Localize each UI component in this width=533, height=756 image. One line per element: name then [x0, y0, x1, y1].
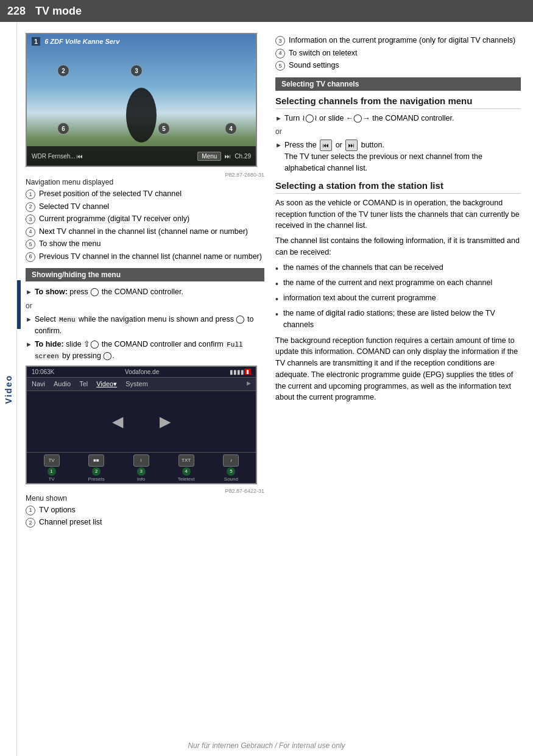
page-number: 228: [7, 5, 26, 18]
nav-instr-1: ► Turn ≀◯≀ or slide ←◯→ the COMAND contr…: [275, 113, 521, 124]
right-item-3-text: Information on the current programme (on…: [289, 35, 521, 46]
tv2-btn-5: ♪ 5 Sound: [223, 454, 239, 482]
item2-2-text: Channel preset list: [39, 517, 264, 528]
sidebar-label: Video: [0, 22, 17, 756]
page-title: TV mode: [35, 5, 82, 18]
bullet-text-2: the name of the current and next program…: [283, 277, 492, 288]
left-arrow-icon: ◀: [112, 413, 123, 430]
nav-audio: Audio: [54, 380, 71, 388]
page-header: 228 TV mode: [0, 0, 533, 22]
bullet-dot-3: •: [275, 293, 278, 305]
item-4-text: Next TV channel in the channel list (cha…: [39, 227, 264, 238]
btn-label-sound: Sound: [224, 476, 238, 482]
instr-hide-line: ► To hide: slide ⇧◯ the COMAND controlle…: [26, 339, 264, 362]
list2-item-2: 2 Channel preset list: [26, 517, 264, 528]
btn-label-presets: Presets: [88, 476, 105, 482]
bullet-text-1: the names of the channels that can be re…: [283, 262, 443, 273]
badge-4: 4: [225, 122, 237, 135]
nav-instructions: ► Turn ≀◯≀ or slide ←◯→ the COMAND contr…: [275, 113, 521, 174]
nav-navi: Navi: [32, 380, 45, 388]
presets-icon: ■■: [88, 454, 104, 467]
item-2-text: Selected TV channel: [39, 202, 264, 213]
bullet-dot-4: •: [275, 308, 278, 320]
tv1-caption: Navigation menu displayed: [26, 178, 264, 186]
tv2-btn-4: TXT 4 Teletext: [178, 454, 195, 482]
num2-1: 1: [26, 506, 35, 515]
right-num-5: 5: [275, 61, 285, 71]
heading-nav-menu-text: Selecting channels from the navigation m…: [275, 96, 472, 106]
bullet-text-4: the name of digital radio stations; thes…: [283, 308, 521, 330]
numbered-list-2: 1 TV options 2 Channel preset list: [26, 505, 264, 528]
station-para-2: The channel list contains the following …: [275, 235, 521, 258]
nav-instr-1-text: Turn ≀◯≀ or slide ←◯→ the COMAND control…: [284, 113, 454, 124]
btn-num-5: 5: [227, 467, 235, 476]
tv-bottom-bar: WDR Fernseh... ⏮ Menu ⏭ Ch.29: [27, 146, 256, 166]
bullet-dot-1: •: [275, 263, 278, 275]
instruction-show: ► To show: press ◯ the COMAND controller…: [26, 286, 264, 362]
heading-station-list: Selecting a station from the station lis…: [275, 180, 521, 194]
tv-menu-btn: Menu: [197, 153, 221, 160]
nav-instr-2: ► Press the ⏮ or ⏭ button. The TV tuner …: [275, 140, 521, 174]
tv2-btn-3: i 3 Info: [133, 454, 149, 482]
tv2-time: 10:06: [32, 369, 47, 375]
nav-video: Video▾: [96, 380, 117, 388]
menu-button: Menu: [197, 152, 221, 161]
nav-tel: Tel: [79, 380, 88, 388]
right-item-3: 3 Information on the current programme (…: [275, 35, 521, 46]
station-para-1: As soon as the vehicle or COMAND is in o…: [275, 197, 521, 231]
bullet-item-1: • the names of the channels that can be …: [275, 262, 521, 275]
page-footer: Nur für internen Gebrauch / For internal…: [0, 741, 533, 750]
nav-right-icon: ▶: [247, 380, 251, 388]
list-item-6: 6 Previous TV channel in the channel lis…: [26, 252, 264, 263]
instr-select-line: ► Select Menu while the navigation menu …: [26, 314, 264, 337]
list-item-2: 2 Selected TV channel: [26, 202, 264, 213]
tv2-caption: Menu shown: [26, 494, 264, 503]
list-item-5: 5 To show the menu: [26, 239, 264, 250]
right-item-4-text: To switch on teletext: [289, 48, 521, 59]
tv2-navmenu: Navi Audio Tel Video▾ System ▶: [27, 378, 256, 391]
section-selecting-channels: Selecting TV channels: [275, 77, 521, 91]
sidebar-label-text: Video: [4, 375, 13, 404]
instr-show-text: To show: press ◯ the COMAND controller.: [35, 286, 183, 298]
btn-num-1: 1: [48, 467, 56, 476]
arrow-3: ►: [26, 339, 32, 350]
list2-item-1: 1 TV options: [26, 505, 264, 516]
tv2-btn-2: ■■ 2 Presets: [88, 454, 105, 482]
right-num-3: 3: [275, 36, 285, 46]
menu-mono: Menu: [58, 316, 76, 323]
tv-icon: TV: [44, 454, 60, 467]
bullet-item-4: • the name of digital radio stations; th…: [275, 308, 521, 330]
tv2-signal: 3K: [47, 369, 54, 375]
right-arrow-icon: ▶: [160, 413, 171, 430]
badge-5: 5: [158, 122, 170, 135]
tv2-bottombar: TV 1 TV ■■ 2 Presets i 3 Info TXT 4: [27, 452, 256, 484]
knob-icon: ≀◯≀: [302, 114, 317, 122]
teletext-icon: TXT: [178, 454, 194, 467]
list-item-4: 4 Next TV channel in the channel list (c…: [26, 227, 264, 238]
main-content: 1 6 ZDF Volle Kanne Serv 2 3 6 5 4 WDR F…: [21, 22, 533, 544]
tv2-content: ◀ ▶: [27, 391, 256, 452]
or-text-2: or: [275, 126, 521, 137]
bullet-text-3: information text about the current progr…: [283, 292, 436, 303]
item-3-text: Current programme (digital TV receiver o…: [39, 214, 264, 225]
right-item-5-text: Sound settings: [289, 60, 521, 71]
right-num-4: 4: [275, 49, 285, 58]
num2-2: 2: [26, 518, 35, 528]
prev-button-icon: ⏮: [320, 140, 332, 151]
or-text-1: or: [26, 300, 264, 311]
item-1-text: Preset position of the selected TV chann…: [39, 189, 264, 200]
num-4: 4: [26, 227, 35, 237]
tv2-wifi-icon: ▮▮▮▮: [230, 369, 244, 375]
list-item-3: 3 Current programme (digital TV receiver…: [26, 214, 264, 225]
tv2-topbar: 10:06 3K Vodafone.de ▮▮▮▮ ▮: [27, 367, 256, 378]
section-showing-hiding: Showing/hiding the menu: [26, 268, 264, 281]
right-item-4: 4 To switch on teletext: [275, 48, 521, 59]
badge-3: 3: [130, 65, 143, 77]
right-col: 3 Information on the current programme (…: [270, 28, 527, 538]
nav-arrow-2: ►: [275, 140, 282, 150]
bullet-list: • the names of the channels that can be …: [275, 262, 521, 330]
badge-6: 6: [57, 122, 69, 135]
instr-show-line: ► To show: press ◯ the COMAND controller…: [26, 286, 264, 298]
tv-channel-ch: Ch.29: [235, 153, 251, 160]
right-item-5: 5 Sound settings: [275, 60, 521, 71]
